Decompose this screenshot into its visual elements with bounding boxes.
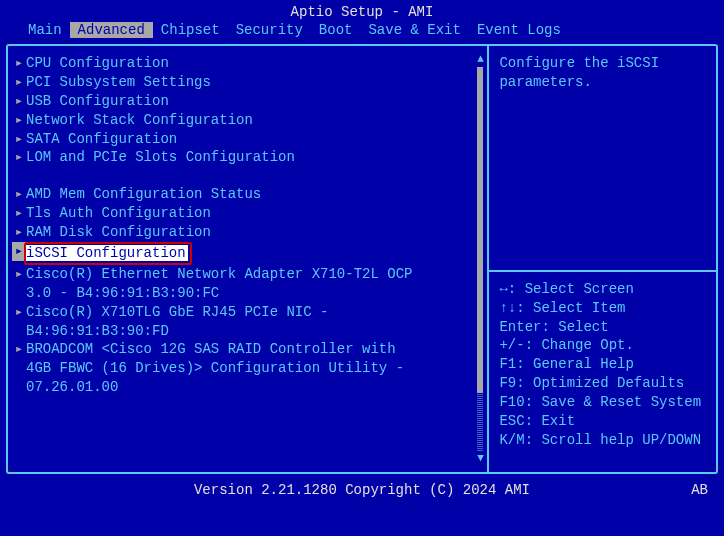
menu-tab-chipset[interactable]: Chipset <box>153 22 228 38</box>
key-hint: ESC: Exit <box>499 412 706 431</box>
footer-right: AB <box>691 482 708 498</box>
menu-entry-label: LOM and PCIe Slots Configuration <box>26 148 295 167</box>
help-panel: Configure the iSCSI parameters. ↔: Selec… <box>489 46 716 472</box>
window-title: Aptio Setup - AMI <box>0 0 724 22</box>
menu-tab-security[interactable]: Security <box>228 22 311 38</box>
version-text: Version 2.21.1280 Copyright (C) 2024 AMI <box>194 482 530 498</box>
key-hint: K/M: Scroll help UP/DOWN <box>499 431 706 450</box>
submenu-arrow-icon: ▸ <box>12 204 26 223</box>
menu-entry[interactable]: ▸Tls Auth Configuration <box>12 204 481 223</box>
key-hint: F9: Optimized Defaults <box>499 374 706 393</box>
item-continuation: B4:96:91:B3:90:FD <box>12 322 481 341</box>
menu-entry[interactable]: ▸BROADCOM <Cisco 12G SAS RAID Controller… <box>12 340 481 359</box>
menu-entry-label: Tls Auth Configuration <box>26 204 211 223</box>
menu-entry[interactable]: ▸LOM and PCIe Slots Configuration <box>12 148 481 167</box>
menu-entry-label: PCI Subsystem Settings <box>26 73 211 92</box>
menu-entry-label: AMD Mem Configuration Status <box>26 185 261 204</box>
menu-entry[interactable]: ▸Cisco(R) Ethernet Network Adapter X710-… <box>12 265 481 284</box>
submenu-arrow-icon: ▸ <box>12 148 26 167</box>
submenu-arrow-icon: ▸ <box>12 130 26 149</box>
menu-entry[interactable]: ▸iSCSI Configuration <box>12 242 481 265</box>
submenu-arrow-icon: ▸ <box>12 265 26 284</box>
menu-entry-label: Network Stack Configuration <box>26 111 253 130</box>
menu-entry-label: Cisco(R) Ethernet Network Adapter X710-T… <box>26 265 412 284</box>
submenu-arrow-icon: ▸ <box>12 73 26 92</box>
menu-entry-label: USB Configuration <box>26 92 169 111</box>
submenu-arrow-icon: ▸ <box>12 340 26 359</box>
menu-entry[interactable]: ▸SATA Configuration <box>12 130 481 149</box>
menu-entry[interactable]: ▸Network Stack Configuration <box>12 111 481 130</box>
submenu-arrow-icon: ▸ <box>12 92 26 111</box>
submenu-arrow-icon: ▸ <box>12 223 26 242</box>
menu-entry[interactable]: ▸RAM Disk Configuration <box>12 223 481 242</box>
menu-entry[interactable]: ▸Cisco(R) X710TLG GbE RJ45 PCIe NIC - <box>12 303 481 322</box>
menu-tab-event-logs[interactable]: Event Logs <box>469 22 569 38</box>
menu-entry-label: CPU Configuration <box>26 54 169 73</box>
submenu-arrow-icon: ▸ <box>12 185 26 204</box>
key-hint: F1: General Help <box>499 355 706 374</box>
menu-tab-save-exit[interactable]: Save & Exit <box>360 22 468 38</box>
menu-tab-advanced[interactable]: Advanced <box>70 22 153 38</box>
item-continuation: 07.26.01.00 <box>12 378 481 397</box>
item-continuation: 3.0 - B4:96:91:B3:90:FC <box>12 284 481 303</box>
menu-tab-main[interactable]: Main <box>20 22 70 38</box>
advanced-items-panel: ▸CPU Configuration▸PCI Subsystem Setting… <box>8 46 489 472</box>
menu-entry-label: iSCSI Configuration <box>26 245 188 261</box>
menu-entry[interactable]: ▸CPU Configuration <box>12 54 481 73</box>
key-hint: ↑↓: Select Item <box>499 299 706 318</box>
scroll-thumb[interactable] <box>477 67 483 393</box>
submenu-arrow-icon: ▸ <box>12 54 26 73</box>
key-hint: ↔: Select Screen <box>499 280 706 299</box>
key-hint: +/-: Change Opt. <box>499 336 706 355</box>
key-hint: F10: Save & Reset System <box>499 393 706 412</box>
selection-highlight: iSCSI Configuration <box>24 242 192 265</box>
scroll-up-icon[interactable]: ▲ <box>477 54 484 65</box>
submenu-arrow-icon: ▸ <box>12 303 26 322</box>
scrollbar[interactable]: ▲ ▼ <box>475 54 485 464</box>
submenu-arrow-icon: ▸ <box>12 111 26 130</box>
blank-row <box>12 167 481 185</box>
key-legend: ↔: Select Screen↑↓: Select ItemEnter: Se… <box>489 272 716 472</box>
menu-entry[interactable]: ▸AMD Mem Configuration Status <box>12 185 481 204</box>
menu-entry[interactable]: ▸USB Configuration <box>12 92 481 111</box>
key-hint: Enter: Select <box>499 318 706 337</box>
main-area: ▸CPU Configuration▸PCI Subsystem Setting… <box>6 44 718 474</box>
menu-bar: MainAdvancedChipsetSecurityBootSave & Ex… <box>0 22 724 44</box>
menu-entry-label: BROADCOM <Cisco 12G SAS RAID Controller … <box>26 340 396 359</box>
menu-entry-label: RAM Disk Configuration <box>26 223 211 242</box>
menu-entry[interactable]: ▸PCI Subsystem Settings <box>12 73 481 92</box>
menu-entry-label: SATA Configuration <box>26 130 177 149</box>
menu-tab-boot[interactable]: Boot <box>311 22 361 38</box>
scroll-down-icon[interactable]: ▼ <box>477 453 484 464</box>
footer: Version 2.21.1280 Copyright (C) 2024 AMI… <box>0 474 724 498</box>
item-continuation: 4GB FBWC (16 Drives)> Configuration Util… <box>12 359 481 378</box>
scroll-track[interactable] <box>477 67 483 451</box>
item-help-text: Configure the iSCSI parameters. <box>489 46 716 272</box>
menu-entry-label: Cisco(R) X710TLG GbE RJ45 PCIe NIC - <box>26 303 328 322</box>
